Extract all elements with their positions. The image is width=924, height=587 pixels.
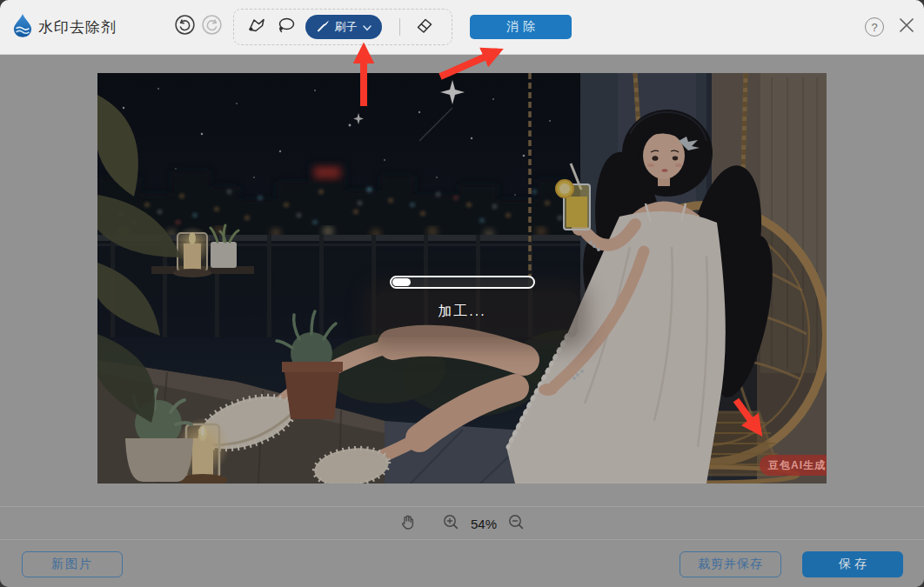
watermark-badge: 豆包AI生成	[760, 455, 827, 476]
zoom-out-button[interactable]	[506, 513, 526, 534]
redo-button[interactable]	[202, 17, 222, 37]
app-logo: 水印去除剂	[12, 13, 117, 41]
zoom-level-value: 54%	[471, 517, 497, 531]
polygon-lasso-icon	[245, 15, 267, 40]
footer-bar: 新图片 裁剪并保存 保存	[0, 539, 924, 587]
toolbar: 水印去除剂	[0, 0, 924, 55]
lasso-tool[interactable]	[274, 16, 297, 38]
selection-tool-group: 刷子	[233, 9, 452, 45]
workspace: 加工... 豆包AI生成	[0, 54, 924, 587]
remove-watermark-button[interactable]: 消除	[470, 15, 572, 39]
eraser-icon	[413, 15, 435, 40]
app-window: 水印去除剂	[0, 0, 924, 587]
crop-and-save-button[interactable]: 裁剪并保存	[680, 551, 781, 577]
progress-bar	[390, 276, 535, 289]
close-button[interactable]	[895, 16, 918, 38]
new-image-label: 新图片	[51, 557, 93, 572]
help-button[interactable]: ?	[865, 17, 884, 37]
polygon-lasso-tool[interactable]	[244, 16, 267, 38]
zoom-in-icon	[443, 514, 459, 534]
help-icon: ?	[871, 21, 877, 34]
remove-button-label: 消除	[502, 19, 539, 35]
pan-tool-button[interactable]	[398, 513, 418, 534]
eraser-tool[interactable]	[412, 16, 435, 38]
zoom-in-button[interactable]	[441, 513, 462, 534]
redo-icon	[202, 15, 222, 38]
brush-icon	[317, 19, 330, 36]
crop-and-save-label: 裁剪并保存	[698, 557, 763, 572]
lasso-icon	[275, 15, 297, 40]
progress-bar-fill	[392, 278, 411, 286]
page-title: 水印去除剂	[38, 17, 117, 37]
hand-icon	[399, 514, 416, 534]
undo-icon	[175, 15, 195, 38]
zoom-toolbar: 54%	[0, 506, 924, 540]
toolbar-divider	[399, 18, 400, 36]
undo-button[interactable]	[175, 17, 195, 37]
save-button[interactable]: 保存	[802, 551, 903, 577]
image-canvas[interactable]: 加工... 豆包AI生成	[97, 73, 827, 484]
new-image-button[interactable]: 新图片	[22, 551, 123, 577]
brush-tool-dropdown[interactable]: 刷子	[305, 15, 382, 39]
chevron-down-icon	[363, 19, 372, 35]
brush-tool-label: 刷子	[335, 19, 358, 35]
save-label: 保存	[835, 557, 870, 572]
zoom-out-icon	[508, 514, 525, 534]
app-logo-droplet-icon	[12, 13, 33, 41]
close-icon	[898, 17, 915, 37]
processing-label: 加工...	[97, 303, 827, 321]
